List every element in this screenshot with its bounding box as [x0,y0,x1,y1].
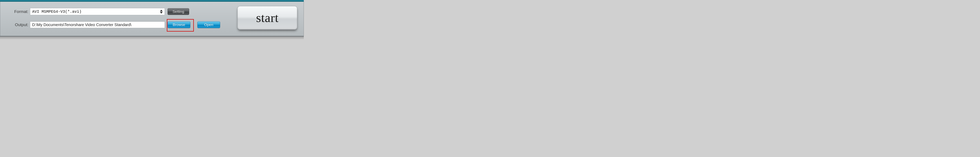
browse-button-label: Browse [173,22,185,27]
svg-marker-1 [160,12,163,14]
chevron-down-icon [160,12,163,14]
svg-marker-0 [160,10,163,11]
format-value: AVI MSMPEG4-V3(*.avi) [32,10,81,14]
start-button[interactable]: start [237,6,298,30]
open-button[interactable]: Open [197,21,220,28]
browse-button[interactable]: Browse [167,21,190,28]
title-bar-strip [0,0,304,2]
open-button-label: Open [204,22,213,27]
setting-button[interactable]: Setting [167,8,189,15]
format-row: Format: AVI MSMPEG4-V3(*.avi) Setting [13,8,189,15]
setting-button-label: Setting [172,10,184,14]
format-combobox[interactable]: AVI MSMPEG4-V3(*.avi) [30,8,165,15]
start-button-label: start [256,11,278,25]
format-label: Format: [13,9,29,14]
output-row: Output: Browse Open [13,21,220,28]
output-settings-panel: Format: AVI MSMPEG4-V3(*.avi) Setting Ou… [0,2,304,37]
output-label: Output: [13,22,29,27]
combobox-spinner[interactable] [159,9,164,14]
panel-drop-shadow [0,37,304,40]
chevron-up-icon [160,10,163,11]
output-path-input[interactable] [30,21,165,28]
